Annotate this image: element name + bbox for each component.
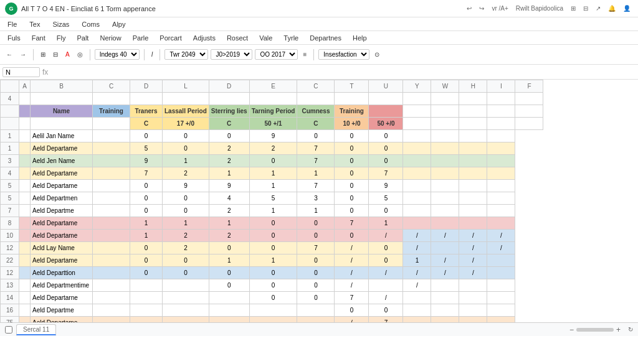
row-4-cumness[interactable]: 0: [335, 180, 369, 192]
row-10-e2[interactable]: /: [459, 254, 487, 267]
row-0-sterring[interactable]: 9: [249, 130, 297, 142]
row-12-e2[interactable]: [459, 279, 487, 292]
hdr-traners[interactable]: Lassall Period: [163, 105, 209, 118]
italic-btn[interactable]: I: [149, 50, 156, 59]
hdr-h[interactable]: [459, 105, 487, 118]
cell-reference-input[interactable]: [2, 67, 40, 77]
align-btn[interactable]: ≡: [300, 50, 309, 59]
row-0-pos[interactable]: [93, 130, 130, 142]
row-6-a[interactable]: [19, 205, 31, 217]
col-header-u[interactable]: U: [369, 80, 403, 93]
hdr-name[interactable]: Name: [31, 105, 93, 118]
row-14-e2[interactable]: [459, 304, 487, 317]
row-0-e3[interactable]: [487, 130, 515, 142]
zoom-out-btn[interactable]: ⊟: [50, 50, 60, 59]
row-8-sterring[interactable]: 0: [249, 230, 297, 242]
row-9-pos[interactable]: [93, 242, 130, 254]
row-5-e3[interactable]: [487, 192, 515, 205]
row-9-traners[interactable]: 2: [163, 242, 209, 254]
row-3-num[interactable]: 4: [1, 167, 19, 180]
row-14-traners[interactable]: [163, 304, 209, 317]
col-header-e[interactable]: E: [249, 80, 297, 93]
row-8-traners[interactable]: 2: [163, 230, 209, 242]
row-15-name[interactable]: Aeld Departame: [31, 317, 93, 323]
row-6-traners[interactable]: 0: [163, 205, 209, 217]
menu-palt[interactable]: Palt: [74, 33, 91, 43]
row-7-a[interactable]: [19, 217, 31, 230]
row-8-e0[interactable]: /: [403, 230, 431, 242]
row-14-cumness[interactable]: 0: [335, 304, 369, 317]
sh-b[interactable]: [31, 118, 93, 130]
row-2-e3[interactable]: [487, 155, 515, 167]
row-7-trainval[interactable]: 1: [369, 217, 403, 230]
row-9-num[interactable]: 12: [1, 242, 19, 254]
sh-u[interactable]: 10 +/0: [335, 118, 369, 130]
row-0-tarning[interactable]: 0: [297, 130, 335, 142]
row-7-sterring[interactable]: 0: [249, 217, 297, 230]
row-5-e1[interactable]: [431, 192, 459, 205]
row-11-lassall[interactable]: 0: [209, 267, 249, 279]
row-14-a[interactable]: [19, 304, 31, 317]
row-13-e0[interactable]: [403, 292, 431, 304]
row-0-trainval[interactable]: 0: [369, 130, 403, 142]
row-7-name[interactable]: Aeld Departame: [31, 217, 93, 230]
row-10-sterring[interactable]: 1: [249, 254, 297, 267]
row-0-a[interactable]: [19, 130, 31, 142]
row-14-num[interactable]: 16: [1, 304, 19, 317]
r0-f[interactable]: [515, 93, 543, 105]
grid-view-btn[interactable]: ⊞: [568, 4, 578, 13]
row-15-a[interactable]: [19, 317, 31, 323]
menu-parle[interactable]: Parle: [130, 33, 151, 43]
undo-btn[interactable]: ↩: [464, 4, 474, 13]
r0-a[interactable]: [19, 93, 31, 105]
row-7-cumness[interactable]: 7: [335, 217, 369, 230]
sheet-tab-sercal[interactable]: Sercal 11: [16, 324, 56, 335]
row-6-sterring[interactable]: 1: [249, 205, 297, 217]
row-13-e3[interactable]: [487, 292, 515, 304]
row-10-pos[interactable]: [93, 254, 130, 267]
row-6-num[interactable]: 7: [1, 205, 19, 217]
row-6-e1[interactable]: [431, 205, 459, 217]
row-8-num[interactable]: 10: [1, 230, 19, 242]
row-1-pos[interactable]: [93, 142, 130, 155]
row-4-num[interactable]: 5: [1, 180, 19, 192]
row-4-a[interactable]: [19, 180, 31, 192]
row-10-cumness[interactable]: /: [335, 254, 369, 267]
row-11-name[interactable]: Aeld Departtion: [31, 267, 93, 279]
row-0-name[interactable]: Aelil Jan Name: [31, 130, 93, 142]
row-12-cumness[interactable]: /: [335, 279, 369, 292]
row-8-name[interactable]: Aeld Departame: [31, 230, 93, 242]
font-color-btn[interactable]: A: [63, 50, 72, 59]
hdr-tarning[interactable]: Cumness: [297, 105, 335, 118]
row-1-lassall[interactable]: 2: [209, 142, 249, 155]
row-15-e2[interactable]: [459, 317, 487, 323]
menu-rosect[interactable]: Rosect: [224, 33, 250, 43]
row-4-tarning[interactable]: 7: [297, 180, 335, 192]
account-btn[interactable]: 👤: [621, 4, 633, 13]
zoom-in-small[interactable]: +: [616, 325, 621, 334]
menu-tex[interactable]: Tex: [27, 19, 42, 29]
row-5-cumness[interactable]: 0: [335, 192, 369, 205]
row-5-training[interactable]: 0: [130, 192, 163, 205]
row-15-e3[interactable]: [487, 317, 515, 323]
row-7-training[interactable]: 1: [130, 217, 163, 230]
row-5-trainval[interactable]: 5: [369, 192, 403, 205]
zoom-out-small[interactable]: −: [569, 325, 574, 334]
row-8-lassall[interactable]: 2: [209, 230, 249, 242]
row-15-tarning[interactable]: [297, 317, 335, 323]
r0-u[interactable]: [369, 93, 403, 105]
collapse-btn[interactable]: ⊟: [581, 4, 591, 13]
scroll-right[interactable]: ↻: [628, 326, 633, 333]
row-10-traners[interactable]: 0: [163, 254, 209, 267]
r0-b[interactable]: [31, 93, 93, 105]
row-12-lassall[interactable]: 0: [209, 279, 249, 292]
row-0-training[interactable]: 0: [130, 130, 163, 142]
row-3-e2[interactable]: [459, 167, 487, 180]
hdr-training-val[interactable]: [369, 105, 403, 118]
r0-c2[interactable]: [297, 93, 335, 105]
row-15-trainval[interactable]: 7: [369, 317, 403, 323]
row-5-tarning[interactable]: 3: [297, 192, 335, 205]
row-5-pos[interactable]: [93, 192, 130, 205]
row-1-a[interactable]: [19, 142, 31, 155]
row-11-training[interactable]: 0: [130, 267, 163, 279]
